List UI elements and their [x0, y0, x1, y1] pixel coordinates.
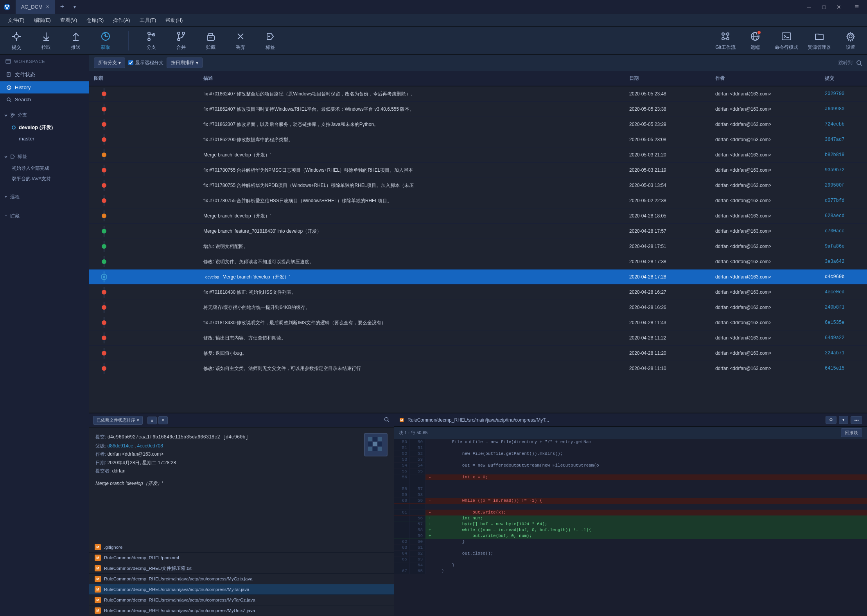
menu-btn[interactable]: ≡	[850, 2, 864, 13]
diff-settings-btn[interactable]: ⚙	[826, 416, 836, 424]
branches-header[interactable]: 分支	[0, 109, 89, 122]
toolbar-merge[interactable]: 合并	[171, 30, 191, 51]
sidebar-branch-master[interactable]: master	[0, 133, 89, 144]
diff-more-btn[interactable]: •••	[851, 416, 862, 424]
menu-file[interactable]: 文件(F)	[3, 15, 29, 25]
table-row[interactable]: fix #701780755 合并解析华为NPDB项目（Windows+RHEL…	[89, 178, 867, 193]
tags-header[interactable]: 标签	[0, 150, 89, 163]
branch-icon	[145, 30, 158, 43]
table-row[interactable]: fix #701780755 合并解析华为NPMSC日志项目（Windows+R…	[89, 163, 867, 178]
svg-line-49	[10, 101, 11, 102]
all-branches-dropdown[interactable]: 所有分支 ▾	[94, 57, 125, 68]
diff-content[interactable]: 5050 File outfile = new File(directory +…	[394, 439, 867, 616]
toolbar-push[interactable]: 推送	[66, 30, 86, 51]
toolbar-fetch[interactable]: 获取	[95, 30, 116, 51]
show-remote-input[interactable]	[128, 60, 133, 65]
sidebar-branch-develop[interactable]: develop (开发)	[0, 122, 89, 133]
commit-msg: fix #701818430 修改说明文件，最后调整判断IMS文件的逻辑（要么全…	[203, 320, 386, 326]
commit-graph-cell	[89, 163, 199, 178]
file-list-item[interactable]: MRuleCommon/decmp_RHEL/pom.xml	[89, 553, 394, 563]
main-tab[interactable]: AC_DCM ✕	[16, 0, 55, 14]
minimize-btn[interactable]: ─	[802, 2, 816, 13]
view-mode-btn[interactable]: ≡	[147, 417, 157, 424]
toolbar-terminal[interactable]: 命令行模式	[775, 30, 798, 51]
commit-author-cell: ddrfan <ddrfan@163.com>	[711, 86, 820, 101]
file-list-item[interactable]: M.gitignore	[89, 542, 394, 553]
remote-header[interactable]: 远程	[0, 190, 89, 203]
toolbar-remote[interactable]: 远端	[745, 30, 765, 51]
tab-close-btn[interactable]: ✕	[46, 4, 49, 9]
stash-header[interactable]: 贮藏	[0, 210, 89, 223]
sidebar-file-status[interactable]: 文件状态	[0, 68, 89, 81]
table-row[interactable]: 修改: 输出日志内容。方便查错和阅读。2020-04-28 11:22ddrfa…	[89, 330, 867, 346]
svg-point-77	[102, 244, 106, 248]
sidebar-history[interactable]: History	[0, 81, 89, 93]
table-row[interactable]: developMerge branch 'develop（开发）'2020-04…	[89, 269, 867, 285]
toolbar-explorer[interactable]: 资源管理器	[808, 30, 831, 51]
table-row[interactable]: Merge branch 'develop（开发）'2020-05-03 21:…	[89, 147, 867, 163]
sidebar-tag-2[interactable]: 双平台的JAVA支持	[0, 174, 89, 184]
diff-old-linenum: 52	[394, 451, 410, 456]
table-row[interactable]: fix #701862307 修改界面，以及后台服务，动态链接库，支持Java和…	[89, 117, 867, 132]
menu-repo[interactable]: 仓库(R)	[82, 15, 108, 25]
toolbar-stash[interactable]: 贮藏	[201, 30, 221, 51]
table-row[interactable]: fix #701862200 修改数据库中的程序类型。2020-05-05 23…	[89, 132, 867, 147]
diff-new-linenum: 55	[410, 469, 425, 474]
file-list-item[interactable]: MRuleCommon/decmp_RHEL/src/main/java/act…	[89, 574, 394, 584]
table-row[interactable]: 修复: 返回值小bug。2020-04-28 11:20ddrfan <ddrf…	[89, 346, 867, 361]
table-row[interactable]: 修改: 说明文件。免得读者不知道可以提高解压速度。2020-04-28 17:3…	[89, 254, 867, 269]
table-row[interactable]: 修改: 该如何主文类。法师则无文父文件，可以用参数指定空目录未结束行行2020-…	[89, 361, 867, 376]
table-row[interactable]: Merge branch 'develop（开发）'2020-04-28 18:…	[89, 208, 867, 224]
file-list-item[interactable]: MRuleCommon/decmp_RHEL/文件解压缩.txt	[89, 563, 394, 574]
close-btn[interactable]: ✕	[832, 2, 846, 13]
show-remote-checkbox[interactable]: 显示远程分支	[128, 59, 163, 66]
view-options-arrow[interactable]: ▾	[158, 416, 168, 424]
table-row[interactable]: fix #701862407 修改整合后的项目路径（原Windows项目暂时保留…	[89, 86, 867, 102]
search-files-btn[interactable]	[384, 417, 390, 424]
toolbar-tag[interactable]: 标签	[260, 30, 280, 51]
new-tab-btn[interactable]: +	[57, 2, 68, 13]
table-row[interactable]: fix #701818430 修正: 初始化HSS文件列表。2020-04-28…	[89, 285, 867, 300]
svg-rect-39	[782, 33, 791, 40]
toolbar-discard[interactable]: 丢弃	[230, 30, 251, 51]
svg-point-90	[102, 336, 106, 340]
bottom-panel: 已依照文件状态排序 ▾ ≡ ▾	[89, 413, 867, 616]
sidebar-tag-1[interactable]: 初始导入全部完成	[0, 163, 89, 174]
file-sort-dropdown[interactable]: 已依照文件状态排序 ▾	[93, 416, 143, 425]
diff-dropdown-btn[interactable]: ▾	[839, 416, 848, 424]
toolbar-commit[interactable]: 提交	[6, 30, 27, 51]
table-row[interactable]: fix #701862407 修改项目同时支持Windows/RHEL平台。最低…	[89, 102, 867, 117]
toolbar-settings[interactable]: 设置	[840, 30, 861, 51]
menu-edit[interactable]: 编辑(E)	[29, 15, 56, 25]
branch-label: develop	[203, 275, 221, 280]
menu-action[interactable]: 操作(A)	[108, 15, 135, 25]
svg-point-79	[102, 260, 106, 264]
menu-help[interactable]: 帮助(H)	[161, 15, 187, 25]
diff-line-code: - out.write(x);	[425, 510, 867, 515]
file-list-item[interactable]: MRuleCommon/decmp_RHEL/src/main/java/act…	[89, 605, 394, 616]
table-row[interactable]: Merge branch 'feature_701818430' into de…	[89, 224, 867, 239]
menu-tools[interactable]: 工具(T)	[135, 15, 161, 25]
table-row[interactable]: fix #701818430 修改说明文件，最后调整判断IMS文件的逻辑（要么全…	[89, 315, 867, 330]
table-row[interactable]: fix #701780755 合并解析爱立信HSS日志项目（Windows+RH…	[89, 193, 867, 208]
table-row[interactable]: 增加: 说明文档配图。2020-04-28 17:51ddrfan <ddrfa…	[89, 239, 867, 254]
sidebar-search[interactable]: Search	[0, 93, 89, 106]
svg-rect-103	[378, 442, 382, 446]
table-row[interactable]: 将无缓存/缓存很小的地方统一提升到64KB的缓存。2020-04-28 16:2…	[89, 300, 867, 315]
commit-table[interactable]: 图谱 描述 日期 作者 提交 fix #701862407 修改整合后的项目路径…	[89, 71, 867, 413]
commit-msg: 将无缓存/缓存很小的地方统一提升到64KB的缓存。	[203, 304, 310, 311]
sort-dropdown[interactable]: 按日期排序 ▾	[167, 57, 203, 68]
toolbar-git-workflow[interactable]: Git工作流	[715, 30, 736, 51]
menu-view[interactable]: 查看(V)	[56, 15, 82, 25]
file-list-item[interactable]: MRuleCommon/decmp_RHEL/src/main/java/act…	[89, 584, 394, 595]
revert-block-btn[interactable]: 回滚块	[841, 428, 862, 437]
commit-graph-cell	[89, 361, 199, 376]
tab-dropdown-btn[interactable]: ▾	[69, 2, 80, 13]
file-list-item[interactable]: MRuleCommon/decmp_RHEL/src/main/java/act…	[89, 595, 394, 605]
toolbar-branch[interactable]: 分支	[141, 30, 162, 51]
commit-desc-cell: Merge branch 'develop（开发）'	[199, 147, 625, 162]
maximize-btn[interactable]: □	[817, 2, 831, 13]
toolbar-pull[interactable]: 拉取	[36, 30, 56, 51]
file-name: RuleCommon/decmp_RHEL/文件解压缩.txt	[104, 566, 192, 571]
commit-hash-cell: 3e3a642	[820, 254, 867, 269]
